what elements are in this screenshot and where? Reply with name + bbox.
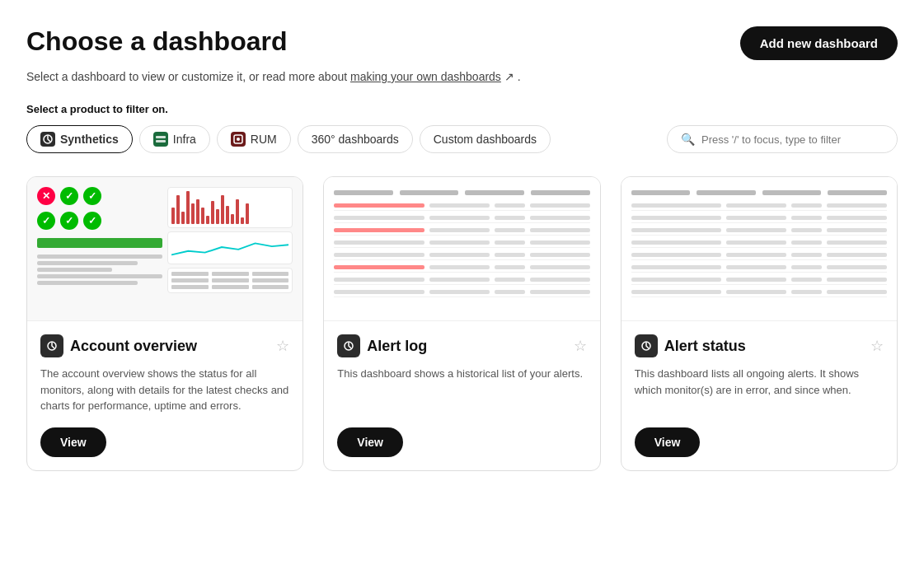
tab-infra[interactable]: Infra bbox=[139, 125, 210, 153]
mini-lines-left bbox=[37, 254, 162, 285]
synthetics-tab-icon bbox=[40, 132, 55, 147]
page-title: Choose a dashboard bbox=[26, 26, 288, 57]
line-chart-preview bbox=[167, 231, 293, 264]
filter-label: Select a product to filter on. bbox=[26, 103, 898, 115]
tab-custom[interactable]: Custom dashboards bbox=[420, 125, 551, 153]
status-row bbox=[631, 250, 887, 260]
card-title-row: Account overview ☆ bbox=[40, 334, 289, 357]
log-row bbox=[334, 250, 589, 260]
search-box: 🔍 bbox=[667, 125, 898, 153]
status-dot-green-3: ✓ bbox=[37, 212, 55, 230]
card-title-text-account: Account overview bbox=[70, 338, 197, 355]
card-body-account: Account overview ☆ The account overview … bbox=[27, 321, 303, 470]
card-preview-alert-status bbox=[621, 177, 897, 321]
card-product-icon-account bbox=[40, 334, 63, 357]
card-title-left: Account overview bbox=[40, 334, 197, 357]
status-row bbox=[631, 226, 887, 236]
tab-custom-label: Custom dashboards bbox=[434, 133, 537, 146]
card-body-alert-log: Alert log ☆ This dashboard shows a histo… bbox=[324, 321, 599, 470]
status-row bbox=[631, 263, 887, 273]
card-title-left-log: Alert log bbox=[337, 334, 427, 357]
view-button-log[interactable]: View bbox=[337, 427, 403, 457]
rum-tab-icon bbox=[231, 132, 246, 147]
status-dot-green-5: ✓ bbox=[83, 212, 101, 230]
card-account-overview: ✕ ✓ ✓ ✓ ✓ ✓ bbox=[26, 176, 303, 471]
log-row bbox=[334, 238, 589, 248]
search-input[interactable] bbox=[701, 133, 884, 146]
status-dot-green-2: ✓ bbox=[83, 187, 101, 205]
status-row bbox=[631, 275, 887, 285]
bar-chart-preview bbox=[167, 187, 293, 228]
log-header bbox=[334, 190, 589, 195]
card-description-account: The account overview shows the status fo… bbox=[40, 366, 289, 414]
card-product-icon-log bbox=[337, 334, 360, 357]
card-description-log: This dashboard shows a historical list o… bbox=[337, 366, 586, 414]
card-description-status: This dashboard lists all ongoing alerts.… bbox=[635, 366, 884, 414]
status-row bbox=[631, 238, 887, 248]
tab-synthetics[interactable]: Synthetics bbox=[26, 125, 133, 153]
view-button-status[interactable]: View bbox=[635, 427, 701, 457]
external-link-icon: ↗ bbox=[504, 70, 514, 83]
svg-rect-2 bbox=[156, 140, 166, 142]
star-button-log[interactable]: ☆ bbox=[574, 337, 587, 355]
log-row bbox=[334, 263, 589, 273]
status-row bbox=[631, 213, 887, 223]
status-dot-red: ✕ bbox=[37, 187, 55, 205]
card-title-left-status: Alert status bbox=[635, 334, 746, 357]
view-button-account[interactable]: View bbox=[40, 427, 106, 457]
tab-rum[interactable]: RUM bbox=[217, 125, 291, 153]
green-bar bbox=[37, 238, 162, 248]
status-header bbox=[631, 190, 887, 195]
tab-360-label: 360° dashboards bbox=[312, 133, 399, 146]
status-dot-green-1: ✓ bbox=[60, 187, 78, 205]
mini-table-preview bbox=[167, 268, 293, 293]
log-row bbox=[334, 226, 589, 236]
subtitle-suffix: . bbox=[518, 70, 521, 83]
subtitle: Select a dashboard to view or customize … bbox=[26, 70, 898, 83]
log-row bbox=[334, 213, 589, 223]
card-title-text-status: Alert status bbox=[664, 338, 746, 355]
tab-rum-label: RUM bbox=[251, 133, 277, 146]
filter-tabs: Synthetics Infra RUM 360° dashboards bbox=[26, 125, 551, 153]
tab-360[interactable]: 360° dashboards bbox=[298, 125, 413, 153]
star-button-account[interactable]: ☆ bbox=[276, 337, 289, 355]
tab-infra-label: Infra bbox=[173, 133, 196, 146]
cards-grid: ✕ ✓ ✓ ✓ ✓ ✓ bbox=[26, 176, 898, 471]
svg-point-4 bbox=[237, 138, 240, 141]
filter-row: Synthetics Infra RUM 360° dashboards bbox=[26, 125, 898, 153]
status-row bbox=[631, 287, 887, 297]
card-body-alert-status: Alert status ☆ This dashboard lists all … bbox=[621, 321, 897, 470]
status-dot-green-4: ✓ bbox=[60, 212, 78, 230]
card-title-text-log: Alert log bbox=[367, 338, 427, 355]
add-new-dashboard-button[interactable]: Add new dashboard bbox=[740, 26, 898, 60]
search-icon: 🔍 bbox=[681, 133, 695, 146]
card-alert-status: Alert status ☆ This dashboard lists all … bbox=[621, 176, 898, 471]
log-row bbox=[334, 287, 589, 297]
svg-rect-1 bbox=[156, 136, 166, 138]
subtitle-text: Select a dashboard to view or customize … bbox=[26, 70, 350, 83]
card-preview-account: ✕ ✓ ✓ ✓ ✓ ✓ bbox=[27, 177, 303, 321]
card-title-row-status: Alert status ☆ bbox=[635, 334, 884, 357]
card-alert-log: Alert log ☆ This dashboard shows a histo… bbox=[323, 176, 600, 471]
log-row bbox=[334, 201, 589, 211]
card-title-row-log: Alert log ☆ bbox=[337, 334, 586, 357]
infra-tab-icon bbox=[153, 132, 168, 147]
status-row bbox=[631, 201, 887, 211]
star-button-status[interactable]: ☆ bbox=[870, 337, 884, 355]
tab-synthetics-label: Synthetics bbox=[60, 133, 119, 146]
dashboards-link[interactable]: making your own dashboards bbox=[350, 70, 501, 83]
card-product-icon-status bbox=[635, 334, 658, 357]
log-row bbox=[334, 275, 589, 285]
page-header: Choose a dashboard Add new dashboard bbox=[26, 26, 898, 60]
card-preview-alert-log bbox=[324, 177, 599, 321]
